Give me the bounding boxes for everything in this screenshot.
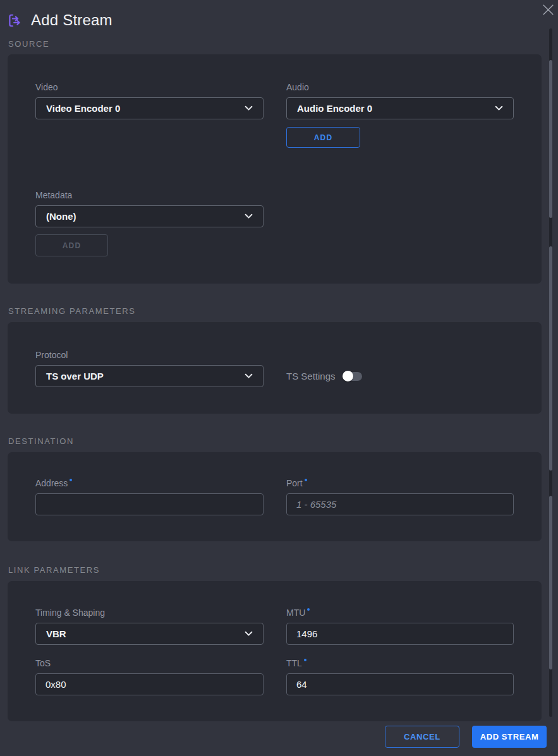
port-label: Port — [286, 478, 514, 489]
stream-out-icon — [6, 12, 23, 29]
chevron-down-icon — [245, 105, 253, 111]
ts-settings-label: TS Settings — [286, 371, 336, 381]
chevron-down-icon — [245, 373, 253, 379]
ttl-label: TTL — [286, 658, 514, 669]
dialog-footer: CANCEL ADD STREAM — [0, 726, 547, 748]
ts-settings-toggle[interactable] — [343, 372, 362, 381]
video-label: Video — [35, 82, 264, 93]
address-input[interactable] — [35, 493, 264, 515]
scrollbar-thumb[interactable] — [549, 246, 552, 471]
section-label-streaming-parameters: STREAMING PARAMETERS — [8, 306, 558, 316]
tos-label: ToS — [35, 658, 264, 669]
protocol-select-value: TS over UDP — [46, 371, 104, 381]
dialog-header: Add Stream — [0, 0, 558, 29]
metadata-select[interactable]: (None) — [35, 205, 264, 227]
required-dot-icon — [70, 479, 72, 481]
close-button[interactable] — [540, 2, 555, 17]
timing-shaping-select-value: VBR — [46, 628, 66, 639]
mtu-field: MTU — [286, 608, 514, 645]
ttl-field: TTL — [286, 658, 514, 695]
audio-field: Audio Audio Encoder 0 ADD — [286, 82, 514, 148]
scrollbar-thumb[interactable] — [549, 496, 552, 669]
section-label-destination: DESTINATION — [8, 436, 558, 446]
port-field: Port — [286, 478, 514, 515]
audio-label: Audio — [286, 82, 514, 93]
tos-input[interactable] — [35, 673, 264, 695]
timing-shaping-field: Timing & Shaping VBR — [35, 608, 264, 645]
audio-select-value: Audio Encoder 0 — [297, 103, 372, 114]
required-dot-icon — [307, 608, 310, 611]
mtu-label: MTU — [286, 608, 514, 618]
streaming-parameters-panel: Protocol TS over UDP TS Settings — [8, 322, 542, 414]
add-stream-button[interactable]: ADD STREAM — [472, 726, 547, 748]
section-label-link-parameters: LINK PARAMETERS — [8, 565, 558, 575]
link-parameters-panel: Timing & Shaping VBR MTU ToS TTL — [8, 581, 542, 721]
video-select-value: Video Encoder 0 — [46, 103, 120, 114]
scrollbar-track[interactable] — [549, 28, 552, 717]
metadata-field: Metadata (None) ADD — [35, 190, 264, 256]
scrollbar-thumb[interactable] — [549, 60, 552, 218]
protocol-field: Protocol TS over UDP — [35, 350, 264, 387]
chevron-down-icon — [245, 213, 253, 219]
tos-field: ToS — [35, 658, 264, 695]
toggle-knob — [343, 371, 353, 381]
section-label-source: SOURCE — [8, 39, 558, 49]
ts-settings-field: TS Settings — [286, 365, 514, 387]
add-metadata-button[interactable]: ADD — [35, 234, 108, 256]
protocol-label: Protocol — [35, 350, 264, 361]
destination-panel: Address Port — [8, 452, 542, 541]
cancel-button[interactable]: CANCEL — [385, 726, 459, 748]
port-input[interactable] — [286, 493, 514, 515]
add-stream-dialog: Add Stream SOURCE Video Video Encoder 0 … — [0, 0, 558, 756]
protocol-select[interactable]: TS over UDP — [35, 365, 264, 387]
add-audio-button[interactable]: ADD — [286, 127, 360, 148]
audio-select[interactable]: Audio Encoder 0 — [286, 97, 514, 119]
close-icon — [542, 3, 555, 16]
dialog-title: Add Stream — [31, 11, 112, 29]
metadata-label: Metadata — [35, 190, 264, 201]
timing-shaping-label: Timing & Shaping — [35, 608, 264, 618]
chevron-down-icon — [245, 631, 253, 637]
video-select[interactable]: Video Encoder 0 — [35, 97, 264, 119]
required-dot-icon — [304, 659, 306, 661]
address-label: Address — [35, 478, 264, 489]
metadata-select-value: (None) — [46, 211, 76, 222]
required-dot-icon — [305, 479, 307, 481]
video-field: Video Video Encoder 0 — [35, 82, 264, 119]
timing-shaping-select[interactable]: VBR — [35, 623, 264, 645]
mtu-input[interactable] — [286, 623, 514, 645]
ttl-input[interactable] — [286, 673, 514, 695]
source-panel: Video Video Encoder 0 Audio Audio Encode… — [8, 54, 542, 284]
chevron-down-icon — [495, 105, 503, 111]
address-field: Address — [35, 478, 264, 515]
